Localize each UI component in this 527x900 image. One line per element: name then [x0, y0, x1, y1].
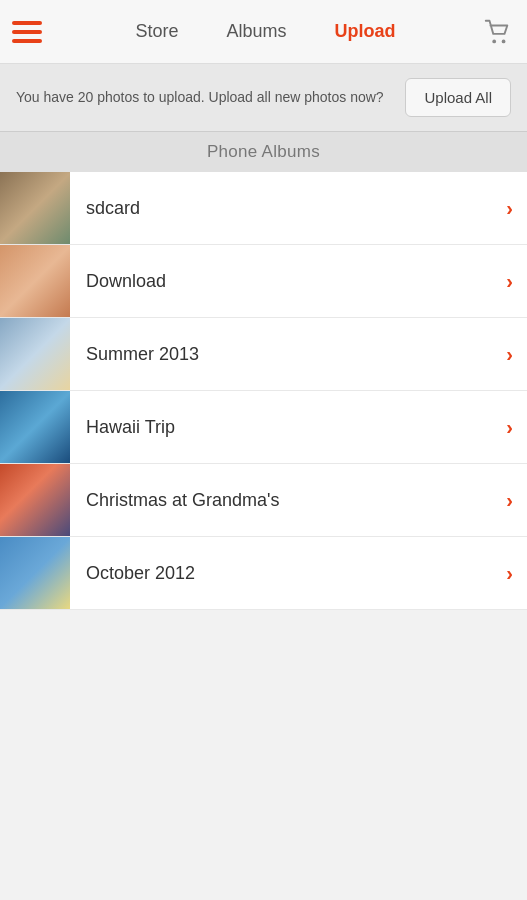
album-thumbnail	[0, 172, 70, 244]
album-name: Christmas at Grandma's	[70, 490, 506, 511]
album-thumbnail	[0, 245, 70, 317]
svg-point-0	[492, 39, 496, 43]
list-item[interactable]: October 2012 ›	[0, 537, 527, 610]
chevron-right-icon: ›	[506, 343, 527, 366]
list-item[interactable]: Summer 2013 ›	[0, 318, 527, 391]
chevron-right-icon: ›	[506, 489, 527, 512]
album-list: sdcard › Download › Summer 2013 › Hawaii…	[0, 172, 527, 610]
chevron-right-icon: ›	[506, 562, 527, 585]
tab-store[interactable]: Store	[111, 13, 202, 50]
album-name: Download	[70, 271, 506, 292]
svg-point-1	[502, 39, 506, 43]
tab-upload[interactable]: Upload	[311, 13, 420, 50]
album-thumbnail	[0, 318, 70, 390]
album-thumbnail	[0, 537, 70, 609]
list-item[interactable]: Christmas at Grandma's ›	[0, 464, 527, 537]
list-item[interactable]: Download ›	[0, 245, 527, 318]
list-item[interactable]: sdcard ›	[0, 172, 527, 245]
album-thumbnail	[0, 464, 70, 536]
album-name: Summer 2013	[70, 344, 506, 365]
chevron-right-icon: ›	[506, 197, 527, 220]
upload-banner: You have 20 photos to upload. Upload all…	[0, 64, 527, 132]
album-name: Hawaii Trip	[70, 417, 506, 438]
header: Store Albums Upload	[0, 0, 527, 64]
nav-tabs: Store Albums Upload	[52, 13, 479, 50]
album-name: sdcard	[70, 198, 506, 219]
cart-icon[interactable]	[479, 14, 515, 50]
album-name: October 2012	[70, 563, 506, 584]
upload-message: You have 20 photos to upload. Upload all…	[16, 87, 405, 108]
chevron-right-icon: ›	[506, 270, 527, 293]
upload-all-button[interactable]: Upload All	[405, 78, 511, 117]
section-header: Phone Albums	[0, 132, 527, 172]
album-thumbnail	[0, 391, 70, 463]
chevron-right-icon: ›	[506, 416, 527, 439]
tab-albums[interactable]: Albums	[203, 13, 311, 50]
hamburger-menu-icon[interactable]	[12, 12, 52, 52]
list-item[interactable]: Hawaii Trip ›	[0, 391, 527, 464]
